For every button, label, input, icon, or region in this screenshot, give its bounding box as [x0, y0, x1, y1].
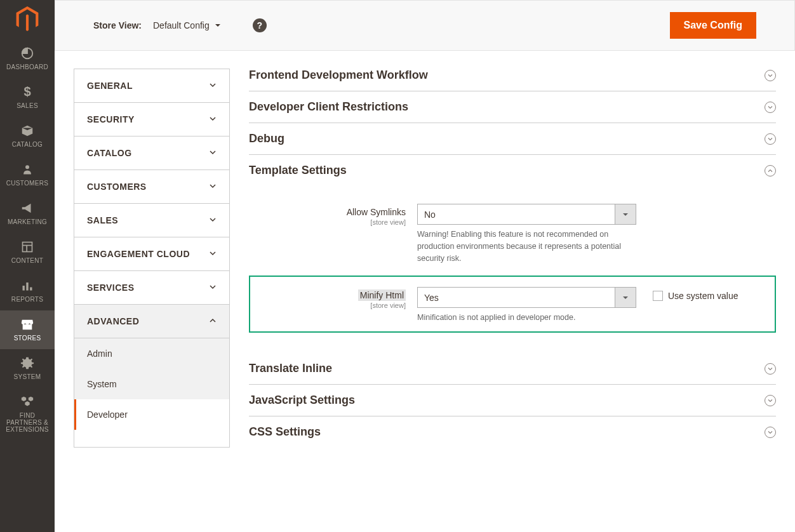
config-nav-customers[interactable]: CUSTOMERS [74, 170, 229, 204]
section-template-settings[interactable]: Template Settings [249, 155, 776, 186]
config-nav-label: ADVANCED [87, 316, 139, 326]
config-nav-engagement-cloud[interactable]: ENGAGEMENT CLOUD [74, 237, 229, 271]
store-view-value: Default Config [153, 20, 210, 30]
config-panel: Frontend Development Workflow Developer … [249, 69, 776, 448]
save-config-button[interactable]: Save Config [670, 12, 756, 39]
chevron-down-icon [209, 81, 217, 91]
sidebar-item-marketing[interactable]: MARKETING [0, 194, 55, 233]
config-nav-general[interactable]: GENERAL [74, 69, 229, 103]
help-icon[interactable]: ? [253, 18, 267, 32]
sidebar-item-find-partners[interactable]: FIND PARTNERS & EXTENSIONS [0, 388, 55, 441]
config-nav-label: CATALOG [87, 148, 132, 158]
chevron-down-icon [209, 215, 217, 225]
sidebar-item-content[interactable]: CONTENT [0, 233, 55, 272]
store-icon [20, 317, 35, 332]
select-value: No [418, 209, 615, 220]
config-nav-label: SERVICES [87, 283, 135, 293]
section-title: JavaScript Settings [249, 394, 355, 407]
section-js-settings[interactable]: JavaScript Settings [249, 385, 776, 416]
section-css-settings[interactable]: CSS Settings [249, 416, 776, 448]
chevron-down-icon [615, 204, 636, 224]
sidebar-label: CUSTOMERS [6, 180, 48, 187]
expand-icon [765, 70, 776, 81]
config-nav-advanced-sub: Admin System Developer [74, 338, 229, 430]
section-title: Frontend Development Workflow [249, 69, 428, 82]
sidebar-item-sales[interactable]: $ SALES [0, 78, 55, 117]
sidebar-label: REPORTS [11, 296, 43, 303]
bar-chart-icon [20, 278, 35, 293]
dollar-icon: $ [20, 84, 35, 100]
minify-html-label: Minify Html [358, 289, 406, 301]
blocks-icon [20, 394, 35, 409]
sidebar-item-reports[interactable]: REPORTS [0, 272, 55, 310]
sidebar-label: CONTENT [11, 257, 43, 264]
magento-logo[interactable] [15, 6, 40, 32]
config-nav-label: CUSTOMERS [87, 182, 147, 192]
store-view-select[interactable]: Default Config [153, 20, 221, 30]
megaphone-icon [20, 201, 35, 216]
config-nav-label: SECURITY [87, 114, 135, 124]
admin-sidebar: DASHBOARD $ SALES CATALOG CUSTOMERS MARK… [0, 0, 55, 532]
minify-html-select[interactable]: Yes [417, 287, 636, 308]
minify-html-scope: [store view] [257, 302, 406, 309]
minify-html-help: Minification is not applied in developer… [417, 312, 636, 324]
person-icon [20, 162, 35, 177]
sidebar-label: CATALOG [12, 141, 43, 148]
expand-icon [765, 427, 776, 438]
use-system-value-label: Use system value [668, 291, 738, 301]
gear-icon [20, 356, 35, 371]
section-title: Template Settings [249, 164, 347, 177]
minify-html-highlight: Minify Html [store view] Yes [249, 276, 776, 333]
sidebar-label: FIND PARTNERS & EXTENSIONS [1, 412, 53, 433]
config-nav-label: ENGAGEMENT CLOUD [87, 249, 190, 259]
svg-rect-6 [23, 286, 25, 291]
page-header: Store View: Default Config ? Save Config [55, 0, 795, 51]
expand-icon [765, 133, 776, 145]
row-allow-symlinks: Allow Symlinks [store view] No Warning! … [249, 204, 776, 264]
config-nav-sub-admin[interactable]: Admin [74, 338, 229, 369]
chevron-down-icon [209, 114, 217, 124]
config-nav-label: SALES [87, 215, 118, 225]
chevron-down-icon [209, 148, 217, 158]
allow-symlinks-label: Allow Symlinks [347, 207, 406, 217]
config-nav-sales[interactable]: SALES [74, 204, 229, 237]
sidebar-label: STORES [14, 335, 41, 342]
section-client-restrictions[interactable]: Developer Client Restrictions [249, 91, 776, 123]
chevron-down-icon [209, 249, 217, 259]
svg-point-2 [25, 165, 29, 169]
config-nav-services[interactable]: SERVICES [74, 271, 229, 305]
section-title: Debug [249, 132, 284, 145]
sidebar-label: SALES [17, 102, 38, 109]
use-system-value-checkbox[interactable] [653, 291, 663, 301]
config-nav-security[interactable]: SECURITY [74, 103, 229, 136]
sidebar-item-dashboard[interactable]: DASHBOARD [0, 39, 55, 78]
sidebar-label: MARKETING [8, 218, 47, 225]
config-nav-sub-developer[interactable]: Developer [74, 399, 229, 430]
config-nav: GENERAL SECURITY CATALOG CUSTOMERS SALES [74, 69, 230, 448]
chevron-down-icon [615, 288, 636, 307]
config-nav-sub-system[interactable]: System [74, 369, 229, 399]
section-debug[interactable]: Debug [249, 123, 776, 155]
sidebar-label: DASHBOARD [6, 63, 48, 70]
chevron-up-icon [209, 316, 217, 326]
collapse-icon [765, 165, 776, 176]
svg-rect-8 [30, 288, 32, 291]
select-value: Yes [418, 293, 615, 303]
section-translate-inline[interactable]: Translate Inline [249, 353, 776, 385]
expand-icon [765, 102, 776, 113]
section-frontend-dev-workflow[interactable]: Frontend Development Workflow [249, 69, 776, 91]
sidebar-item-system[interactable]: SYSTEM [0, 349, 55, 388]
dashboard-icon [20, 46, 35, 61]
sidebar-item-stores[interactable]: STORES [0, 310, 55, 349]
chevron-down-icon [209, 283, 217, 293]
allow-symlinks-help: Warning! Enabling this feature is not re… [417, 229, 636, 264]
allow-symlinks-select[interactable]: No [417, 204, 636, 225]
sidebar-item-catalog[interactable]: CATALOG [0, 117, 55, 156]
config-nav-catalog[interactable]: CATALOG [74, 136, 229, 170]
layout-icon [20, 239, 35, 255]
config-nav-advanced[interactable]: ADVANCED [74, 305, 229, 338]
section-title: Developer Client Restrictions [249, 100, 408, 114]
sidebar-item-customers[interactable]: CUSTOMERS [0, 156, 55, 194]
box-icon [20, 123, 35, 138]
section-title: Translate Inline [249, 362, 332, 375]
